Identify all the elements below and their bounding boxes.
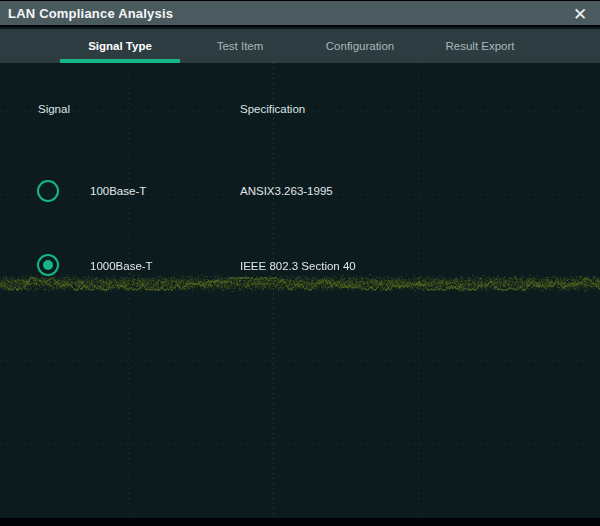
close-icon: ✕ [573,6,587,23]
column-header-signal: Signal [38,103,70,115]
grid-line [0,360,600,361]
radio-1000base-t[interactable] [37,254,59,276]
close-button[interactable]: ✕ [564,1,596,27]
radio-dot [43,260,53,270]
spec-label-1000base-t: IEEE 802.3 Section 40 [240,260,356,272]
lan-compliance-dialog: LAN Compliance Analysis ✕ Signal Type Te… [0,0,600,526]
dialog-title: LAN Compliance Analysis [0,6,173,21]
signal-label-100base-t[interactable]: 100Base-T [90,185,146,197]
tab-configuration[interactable]: Configuration [300,29,420,63]
radio-100base-t[interactable] [37,180,59,202]
tab-signal-type[interactable]: Signal Type [60,29,180,63]
tab-bar: Signal Type Test Item Configuration Resu… [0,29,600,63]
grid-line [0,443,600,444]
radio-dot [43,186,53,196]
tab-test-item[interactable]: Test Item [180,29,300,63]
tab-result-export[interactable]: Result Export [420,29,540,63]
bottom-bezel [0,518,600,526]
title-bar: LAN Compliance Analysis ✕ [0,1,600,27]
column-header-specification: Specification [240,103,305,115]
spec-label-100base-t: ANSIX3.263-1995 [240,185,333,197]
signal-label-1000base-t[interactable]: 1000Base-T [90,260,153,272]
